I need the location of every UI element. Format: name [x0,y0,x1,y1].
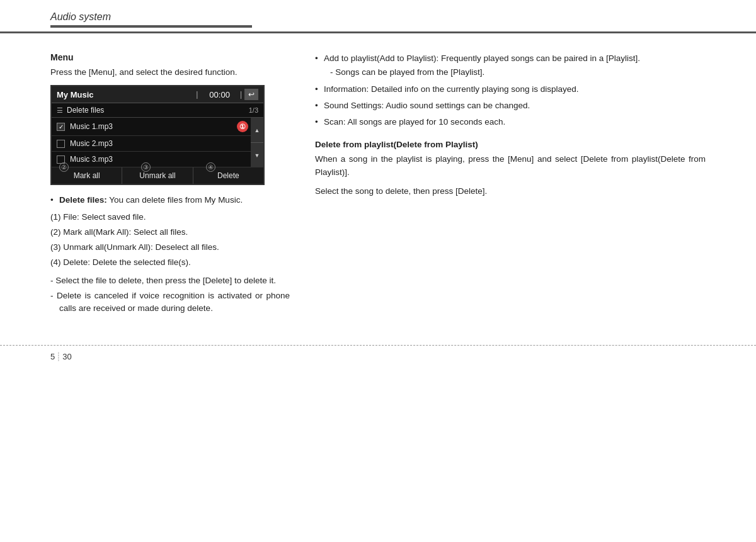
page-num: 5 [50,352,55,361]
file-row-3[interactable]: Music 3.mp3 [52,152,263,167]
menu-icon: ☰ [57,106,63,115]
file-list-container: ✓ Music 1.mp3 ① Music 2.mp3 Music 3.mp3 … [52,118,263,167]
right-column: Add to playlist(Add to Playlist): Freque… [315,52,706,320]
unmark-all-btn[interactable]: ③ Unmark all [122,167,193,184]
step-1: (1) File: Select saved file. [50,211,290,223]
scroll-buttons: ▲ ▼ [251,118,263,167]
scroll-up-btn[interactable]: ▲ [251,118,263,143]
left-column: Menu Press the [Menu], and select the de… [50,52,290,320]
main-content: Menu Press the [Menu], and select the de… [0,33,756,332]
ui-top-bar: My Music | 00:00 | ↩ [52,86,263,103]
ui-time: 00:00 [209,90,230,99]
delete-files-heading: Delete files: You can delete files from … [59,195,243,205]
delete-btn[interactable]: ④ Delete [193,167,263,184]
mark-all-btn[interactable]: ② Mark all [52,167,122,184]
checkbox-1[interactable]: ✓ [57,123,65,131]
checkbox-2[interactable] [57,140,65,148]
bullet-sound-settings: Sound Settings: Audio sound settings can… [315,99,706,112]
dash-item-1: Select the file to delete, then press th… [50,274,290,287]
file-row-1[interactable]: ✓ Music 1.mp3 ① [52,118,263,136]
delete-playlist-text2: Select the song to delete, then press [D… [315,185,706,198]
delete-files-label: Delete files [67,106,249,115]
bullet-add-playlist: Add to playlist(Add to Playlist): Freque… [315,52,706,79]
unmark-all-label: Unmark all [139,171,175,180]
dash-item-2: Delete is canceled if voice recognition … [50,290,290,315]
step-3: (3) Unmark all(Unmark All): Deselect all… [50,241,290,254]
delete-playlist-text: When a song in the playlist is playing, … [315,153,706,179]
footer-separator: ┊ [56,352,61,361]
page-number: 5┊30 [50,352,72,361]
step-4: (4) Delete: Delete the selected file(s). [50,256,290,269]
step-2: (2) Mark all(Mark All): Select all files… [50,226,290,239]
header-bar [50,25,252,28]
page-title: Audio system [50,11,706,23]
filename-3: Music 3.mp3 [70,155,248,164]
ui-mockup: My Music | 00:00 | ↩ ☰ Delete files 1/3 … [50,85,265,185]
menu-label: Menu [50,52,290,62]
delete-label: Delete [217,171,239,180]
bullet-scan: Scan: All songs are played for 10 second… [315,116,706,128]
ui-menu-bar: ☰ Delete files 1/3 [52,103,263,118]
scroll-down-btn[interactable]: ▼ [251,143,263,167]
dash-list: Select the file to delete, then press th… [50,274,290,315]
badge-1: ① [237,121,248,132]
steps-list: (1) File: Select saved file. (2) Mark al… [50,211,290,269]
file-counter: 1/3 [249,106,258,114]
back-button[interactable]: ↩ [244,89,258,100]
delete-files-bullet: Delete files: You can delete files from … [50,194,290,206]
delete-files-bullets: Delete files: You can delete files from … [50,194,290,206]
delete-playlist-section: Delete from playlist(Delete from Playlis… [315,140,706,198]
filename-2: Music 2.mp3 [70,139,248,148]
page-sub: 30 [62,352,71,361]
filename-1: Music 1.mp3 [70,122,237,131]
dash-playlist: - Songs can be played from the [Playlist… [330,67,484,77]
mark-all-label: Mark all [74,171,100,180]
feature-bullets: Add to playlist(Add to Playlist): Freque… [315,52,706,128]
bullet-information: Information: Detailed info on the curren… [315,83,706,96]
page-footer: 5┊30 [0,345,756,368]
menu-intro: Press the [Menu], and select the desired… [50,66,290,79]
ui-title: My Music [57,90,192,99]
ui-bottom-bar: ② Mark all ③ Unmark all ④ Delete [52,167,263,184]
file-row-2[interactable]: Music 2.mp3 [52,136,263,152]
delete-playlist-heading: Delete from playlist(Delete from Playlis… [315,140,706,149]
page-header: Audio system [0,0,756,33]
